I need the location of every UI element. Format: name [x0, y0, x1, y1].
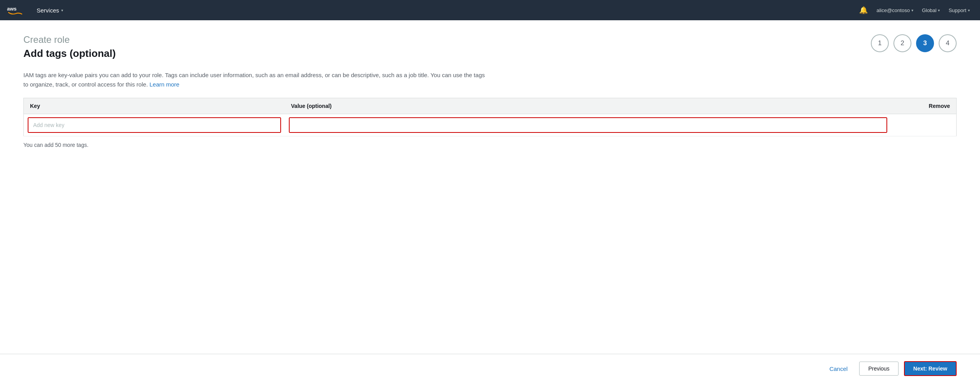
tags-count: You can add 50 more tags. [23, 142, 957, 148]
next-review-button[interactable]: Next: Review [904, 361, 957, 376]
user-menu[interactable]: alice@contoso ▾ [873, 6, 916, 15]
step-4: 4 [939, 34, 957, 52]
remove-cell [891, 114, 957, 136]
key-cell [24, 114, 285, 136]
support-menu[interactable]: Support ▾ [945, 6, 973, 15]
col-key-header: Key [24, 98, 285, 114]
title-group: Create role Add tags (optional) [23, 34, 116, 60]
page-main-title: Add tags (optional) [23, 48, 116, 60]
notifications-button[interactable]: 🔔 [856, 4, 871, 16]
user-label: alice@contoso [876, 7, 909, 13]
services-menu[interactable]: Services ▾ [33, 5, 67, 15]
bell-icon: 🔔 [859, 6, 868, 14]
top-navigation: aws Services ▾ 🔔 alice@contoso ▾ Global … [0, 0, 980, 20]
bottom-bar: Cancel Previous Next: Review [0, 354, 980, 383]
learn-more-link[interactable]: Learn more [149, 81, 179, 88]
table-header-row: Key Value (optional) Remove [24, 98, 957, 114]
create-role-title: Create role [23, 34, 116, 45]
step-2: 2 [893, 34, 911, 52]
aws-logo: aws [7, 4, 26, 16]
tag-input-row [24, 114, 957, 136]
step-1: 1 [871, 34, 889, 52]
col-value-header: Value (optional) [285, 98, 891, 114]
tags-table: Key Value (optional) Remove [23, 98, 957, 136]
global-menu[interactable]: Global ▾ [919, 6, 943, 15]
support-label: Support [948, 7, 966, 13]
global-chevron: ▾ [938, 8, 940, 12]
value-input-wrapper [289, 117, 887, 133]
nav-right-group: 🔔 alice@contoso ▾ Global ▾ Support ▾ [856, 4, 973, 16]
col-remove-header: Remove [891, 98, 957, 114]
support-chevron: ▾ [968, 8, 970, 12]
description-text: IAM tags are key-value pairs you can add… [23, 71, 491, 89]
previous-button[interactable]: Previous [859, 362, 898, 376]
services-label: Services [37, 7, 59, 14]
key-input[interactable] [28, 118, 280, 132]
value-cell [285, 114, 891, 136]
global-label: Global [922, 7, 937, 13]
user-chevron: ▾ [911, 8, 913, 12]
services-chevron: ▾ [61, 8, 63, 12]
step-3-active: 3 [916, 34, 934, 52]
key-input-wrapper [28, 117, 281, 133]
stepper: 1 2 3 4 [871, 34, 957, 52]
svg-text:aws: aws [7, 6, 17, 12]
value-input[interactable] [290, 118, 886, 132]
cancel-button[interactable]: Cancel [823, 362, 854, 376]
header-row: Create role Add tags (optional) 1 2 3 4 [23, 34, 957, 60]
main-content: Create role Add tags (optional) 1 2 3 4 … [0, 20, 980, 354]
